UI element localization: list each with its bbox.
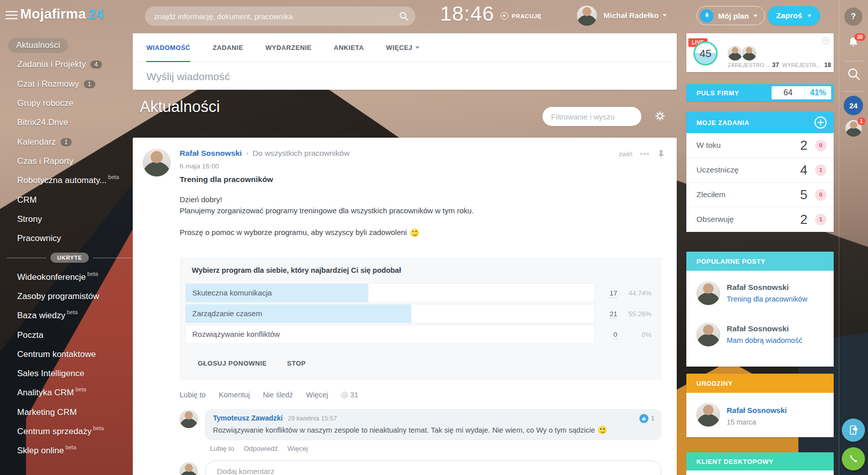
comment-bubble: Tymoteusz Zawadzki 29 kwietnia 15:57 1 R… [205,409,662,440]
post-title: Trening dla pracowników [180,175,273,184]
attendee-avatar[interactable] [741,45,757,62]
task-row-zlecilem[interactable]: Zleciłem 5 0 [686,183,834,207]
tab-wiadomosc[interactable]: WIADOMOŚĆ [146,33,190,62]
feed-filter[interactable] [542,107,641,126]
counter-badge: 1 [61,138,72,146]
task-row-uczestnicze[interactable]: Uczestniczę 4 1 [686,158,834,183]
sidebar-item-pracownicy[interactable]: Pracownicy [7,229,132,248]
company-pulse-widget[interactable]: PULS FIRMY 64 41% [686,84,834,101]
add-task-icon[interactable] [815,116,827,129]
my-plan-button[interactable]: Mój plan [696,6,765,25]
sidebar-item-sprzedaz[interactable]: Centrum sprzedażybeta [7,422,132,441]
birthday-name-link[interactable]: Rafał Sosnowski [727,406,787,414]
global-search[interactable] [145,7,415,26]
bitrix24-logo-button[interactable]: 24 [844,96,863,115]
telephony-button[interactable] [842,447,865,470]
sidebar-item-baza[interactable]: Baza wiedzybeta [7,306,132,325]
vote-again-button[interactable]: GŁOSUJ PONOWNIE [198,360,267,367]
sidebar-item-kontakt[interactable]: Centrum kontaktowe [7,345,132,364]
pin-icon[interactable] [658,150,665,158]
birthday-avatar[interactable] [696,403,720,427]
feed-filter-input[interactable] [542,112,655,121]
popular-post-link[interactable]: Trening dla pracowników [727,295,807,303]
user-avatar[interactable] [577,6,597,26]
work-clock[interactable]: 18:46 [440,2,495,26]
stop-poll-button[interactable]: STOP [287,360,306,367]
composer-placeholder[interactable]: Wyślij wiadomość [133,62,677,83]
sidebar-item-strony[interactable]: Strony [7,210,132,229]
attendance-gauge[interactable]: 45 [693,41,718,66]
sidebar-item-sales-intel[interactable]: Sales Intelligence [7,364,132,383]
comment-like-counter[interactable]: 1 [639,414,655,423]
comment-author-avatar[interactable] [180,410,198,428]
tab-ankieta[interactable]: ANKIETA [334,33,364,62]
unfollow-action[interactable]: Nie śledź [263,391,293,399]
beta-tag: beta [87,271,98,277]
widget-help-icon[interactable]: ? [822,37,829,44]
popular-post-link[interactable]: Mam dobrą wiadomość [727,336,802,344]
more-action[interactable]: Więcej [306,391,329,399]
comment-author-link[interactable]: Tymoteusz Zawadzki [213,414,283,422]
poll-bar[interactable]: Zarządzanie czasem [186,305,594,323]
poll-votes[interactable]: 17 [594,289,617,297]
tab-zadanie[interactable]: ZADANIE [212,33,243,62]
rocket-icon [700,9,714,23]
popular-post-item[interactable]: Rafał Sosnowski Mam dobrą wiadomość [686,323,834,358]
gear-icon[interactable] [655,110,666,122]
sidebar-hidden-divider[interactable]: UKRYTE [7,248,132,267]
sidebar-item-zadania[interactable]: Zadania i Projekty4 [7,55,132,74]
views-counter: 31 [341,391,358,399]
post-author-link[interactable]: Rafał Sosnowski [180,149,242,158]
poll-votes[interactable]: 21 [594,310,617,318]
rail-search-icon[interactable] [847,68,860,81]
add-comment-input[interactable] [205,467,661,475]
comment-like-action[interactable]: Lubię to [210,445,234,452]
sidebar-item-kalendarz[interactable]: Kalendarz1 [7,132,132,151]
sidebar-item-czat[interactable]: Czat i Rozmowy1 [7,75,132,94]
poll-option-row[interactable]: Zarządzanie czasem 21 55.26% [186,305,652,323]
sidebar-item-crm[interactable]: CRM [7,190,132,209]
popular-post-item[interactable]: Rafał Sosnowski Trening dla pracowników [686,281,834,317]
tab-wiecej[interactable]: WIĘCEJ [386,33,419,62]
global-search-input[interactable] [145,12,399,21]
poll-votes[interactable]: 0 [594,331,617,338]
user-menu[interactable]: Michał Radełko [604,11,667,20]
collapse-link[interactable]: zwiń [619,150,632,158]
add-comment-field[interactable] [205,460,662,475]
sidebar-item-grupy[interactable]: Grupy robocze [7,94,132,113]
sidebar-item-rpa[interactable]: Robotyczna automaty...beta [7,171,132,190]
tab-wydarzenie[interactable]: WYDARZENIE [265,33,311,62]
poll-option-row[interactable]: Skuteczna komunikacja 17 44.74% [186,284,652,302]
sidebar-item-poczta[interactable]: Poczta [7,325,132,344]
rail-avatar-badge: 1 [857,117,865,125]
sidebar-item-wideo[interactable]: Wideokonferencjebeta [7,268,132,287]
sidebar-item-drive[interactable]: Bitrix24.Drive [7,113,132,132]
sidebar-item-marketing[interactable]: Marketing CRM [7,403,132,422]
help-button[interactable]: ? [844,8,862,26]
sidebar-item-analityka[interactable]: Analityka CRMbeta [7,383,132,402]
task-row-wtoku[interactable]: W toku 2 0 [686,133,834,158]
poll-bar[interactable]: Rozwiązywanie konfliktów [186,325,594,343]
comment-reply-action[interactable]: Odpowiedź [244,445,278,452]
more-menu-icon[interactable]: ••• [640,150,650,158]
sidebar-item-sklep[interactable]: Sklep onlinebeta [7,441,132,460]
post-author-avatar[interactable] [143,149,171,176]
poll-option-row[interactable]: Rozwiązywanie konfliktów 0 0% [186,325,652,343]
search-icon[interactable] [399,12,408,21]
poll-bar[interactable]: Skuteczna komunikacja [186,284,594,302]
app-logo[interactable]: Mojafirma24 [20,7,104,22]
post-audience-link[interactable]: Do wszystkich pracowników [253,149,350,158]
sidebar-item-czas[interactable]: Czas i Raporty [7,152,132,171]
chevron-down-icon [415,46,419,49]
like-action[interactable]: Lubię to [180,391,206,399]
task-row-obserwuje[interactable]: Obserwuję 2 1 [686,207,834,232]
sidebar-item-zasoby[interactable]: Zasoby programistów [7,287,132,306]
comment-action[interactable]: Komentuj [219,391,250,399]
mobile-app-button[interactable] [842,419,865,442]
comment-more-action[interactable]: Więcej [288,445,308,452]
invite-button[interactable]: Zaproś [768,6,820,25]
post-body-line: Planujemy zorganizować programy treningo… [180,205,654,216]
work-status[interactable]: PRACUJĘ [501,12,541,20]
menu-hamburger-icon[interactable] [6,11,18,20]
sidebar-item-aktualnosci[interactable]: Aktualności [7,36,132,55]
